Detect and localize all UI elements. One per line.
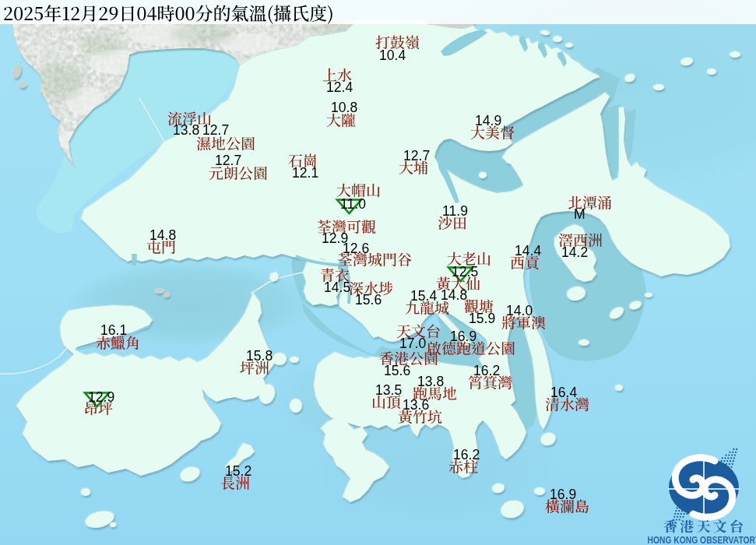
svg-text:15.8: 15.8	[246, 348, 273, 364]
svg-text:13.8: 13.8	[173, 122, 199, 138]
svg-text:15.9: 15.9	[469, 311, 495, 326]
svg-text:14.8: 14.8	[441, 287, 467, 303]
svg-text:14.4: 14.4	[515, 243, 541, 258]
svg-text:15.2: 15.2	[225, 463, 251, 479]
svg-text:12.7: 12.7	[403, 148, 430, 164]
svg-text:16.1: 16.1	[100, 322, 127, 338]
svg-text:HONG KONG OBSERVATORY: HONG KONG OBSERVATORY	[647, 535, 756, 545]
svg-text:12.9: 12.9	[88, 389, 114, 405]
svg-text:13.8: 13.8	[417, 374, 444, 389]
svg-text:14.5: 14.5	[324, 280, 350, 295]
svg-text:16.4: 16.4	[550, 385, 577, 400]
svg-text:13.5: 13.5	[375, 382, 402, 398]
svg-text:14.8: 14.8	[149, 227, 176, 243]
svg-text:17.0: 17.0	[399, 336, 426, 351]
svg-text:15.6: 15.6	[355, 292, 382, 308]
svg-text:11.0: 11.0	[340, 196, 366, 212]
svg-text:12.1: 12.1	[292, 165, 318, 181]
svg-text:M: M	[574, 206, 585, 222]
svg-text:16.9: 16.9	[450, 329, 476, 344]
svg-text:12.6: 12.6	[343, 241, 369, 256]
svg-text:16.2: 16.2	[473, 363, 500, 378]
svg-text:16.9: 16.9	[550, 487, 576, 502]
svg-text:12.7: 12.7	[215, 153, 241, 168]
svg-text:13.6: 13.6	[403, 397, 429, 413]
svg-text:16.2: 16.2	[453, 447, 480, 462]
svg-text:14.2: 14.2	[561, 244, 588, 260]
svg-text:15.4: 15.4	[410, 288, 437, 304]
svg-text:10.8: 10.8	[331, 100, 357, 115]
svg-text:12.4: 12.4	[326, 79, 353, 95]
svg-text:12.7: 12.7	[202, 122, 229, 138]
svg-text:14.9: 14.9	[475, 113, 501, 128]
svg-text:15.6: 15.6	[384, 363, 410, 378]
svg-text:14.0: 14.0	[506, 303, 533, 318]
svg-text:11.9: 11.9	[442, 203, 468, 219]
svg-text:10.4: 10.4	[379, 47, 406, 63]
